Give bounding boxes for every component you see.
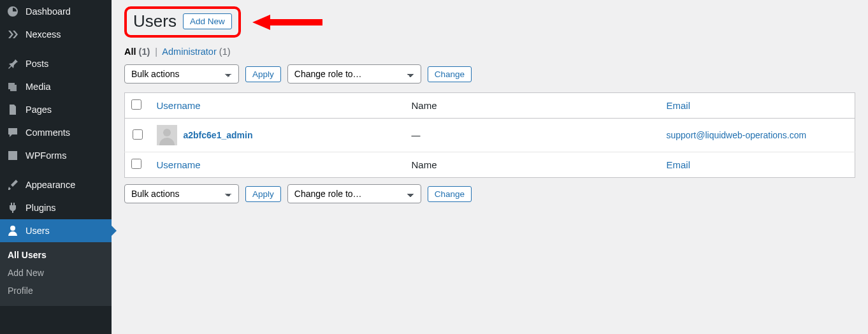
sidebar-item-label: Posts — [25, 59, 48, 69]
top-controls: Bulk actions Apply Change role to… Chang… — [124, 64, 855, 84]
page-title: Users — [133, 11, 177, 31]
apply-button[interactable]: Apply — [245, 66, 281, 82]
row-checkbox[interactable] — [133, 129, 143, 140]
column-email[interactable]: Email — [660, 93, 855, 119]
svg-marker-0 — [252, 15, 322, 30]
dashboard-icon — [6, 5, 19, 18]
username-link[interactable]: a2bfc6e1_admin — [184, 130, 253, 140]
select-all-checkbox-bottom[interactable] — [131, 159, 141, 169]
sidebar-item-users[interactable]: Users — [0, 219, 112, 242]
change-role-select-bottom[interactable]: Change role to… — [287, 184, 421, 203]
change-button[interactable]: Change — [428, 66, 472, 82]
filter-administrator[interactable]: Administrator (1) — [162, 47, 230, 57]
select-all-checkbox[interactable] — [131, 99, 141, 110]
submenu-profile[interactable]: Profile — [0, 282, 112, 300]
svg-point-2 — [163, 129, 171, 136]
main-content: Users Add New All (1) | Administrator (1… — [112, 0, 868, 334]
sidebar-item-label: Appearance — [25, 180, 75, 190]
sidebar-item-comments[interactable]: Comments — [0, 121, 112, 144]
sidebar-item-posts[interactable]: Posts — [0, 52, 112, 75]
bottom-controls: Bulk actions Apply Change role to… Chang… — [124, 184, 855, 203]
avatar — [157, 125, 177, 145]
column-username[interactable]: Username — [150, 93, 405, 119]
change-button-bottom[interactable]: Change — [428, 186, 472, 202]
user-icon — [6, 224, 19, 237]
sidebar-item-label: WPForms — [25, 150, 66, 161]
page-header: Users Add New — [124, 6, 855, 38]
plug-icon — [6, 201, 19, 214]
column-email[interactable]: Email — [660, 152, 855, 178]
brush-icon — [6, 178, 19, 191]
users-table: Username Name Email a2bfc6e1_admin — [124, 92, 855, 178]
sidebar-item-label: Nexcess — [25, 29, 61, 40]
bulk-action-select-bottom[interactable]: Bulk actions — [124, 184, 239, 203]
media-icon — [6, 80, 19, 93]
submenu-all-users[interactable]: All Users — [0, 246, 112, 264]
sidebar-item-media[interactable]: Media — [0, 75, 112, 98]
email-link[interactable]: support@liquidweb-operations.com — [667, 130, 807, 140]
nexcess-icon — [6, 28, 19, 41]
sidebar-item-label: Media — [25, 82, 51, 92]
sidebar-item-label: Comments — [25, 127, 70, 138]
pin-icon — [6, 57, 19, 70]
column-name: Name — [405, 93, 660, 119]
users-submenu: All Users Add New Profile — [0, 242, 112, 306]
sidebar-item-pages[interactable]: Pages — [0, 98, 112, 121]
sidebar-item-label: Plugins — [25, 203, 56, 213]
sidebar-item-label: Users — [25, 226, 50, 236]
role-filters: All (1) | Administrator (1) — [124, 47, 855, 57]
change-role-select[interactable]: Change role to… — [287, 64, 421, 84]
table-row: a2bfc6e1_admin — support@liquidweb-opera… — [125, 119, 855, 152]
filter-all[interactable]: All (1) — [124, 47, 150, 57]
sidebar-item-label: Dashboard — [25, 6, 71, 17]
comments-icon — [6, 126, 19, 139]
column-name: Name — [405, 152, 660, 178]
admin-sidebar: Dashboard Nexcess Posts Media Pages Comm… — [0, 0, 112, 334]
add-new-button[interactable]: Add New — [183, 13, 232, 29]
submenu-add-new[interactable]: Add New — [0, 264, 112, 282]
sidebar-item-label: Pages — [25, 105, 52, 115]
annotation-highlight: Users Add New — [124, 6, 241, 38]
sidebar-item-wpforms[interactable]: WPForms — [0, 144, 112, 167]
sidebar-item-dashboard[interactable]: Dashboard — [0, 0, 112, 23]
sidebar-item-plugins[interactable]: Plugins — [0, 196, 112, 219]
cell-name: — — [405, 119, 660, 152]
annotation-arrow-icon — [252, 13, 322, 31]
wpforms-icon — [6, 149, 19, 162]
pages-icon — [6, 103, 19, 116]
apply-button-bottom[interactable]: Apply — [245, 186, 281, 202]
bulk-action-select[interactable]: Bulk actions — [124, 64, 239, 84]
column-username[interactable]: Username — [150, 152, 405, 178]
sidebar-item-appearance[interactable]: Appearance — [0, 173, 112, 196]
sidebar-item-nexcess[interactable]: Nexcess — [0, 23, 112, 46]
